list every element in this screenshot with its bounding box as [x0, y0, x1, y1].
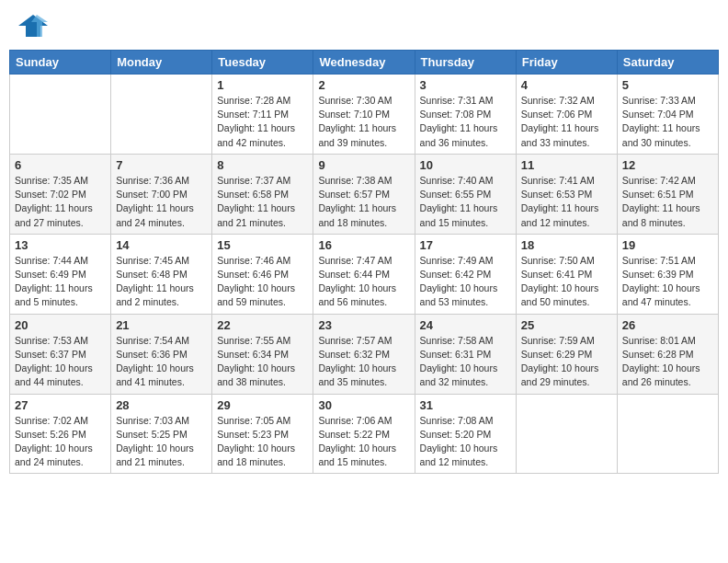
day-info: Sunrise: 7:49 AM Sunset: 6:42 PM Dayligh… — [420, 254, 511, 310]
column-header-saturday: Saturday — [617, 51, 718, 75]
calendar-cell: 15Sunrise: 7:46 AM Sunset: 6:46 PM Dayli… — [212, 234, 313, 314]
calendar-cell: 16Sunrise: 7:47 AM Sunset: 6:44 PM Dayli… — [313, 234, 415, 314]
day-info: Sunrise: 7:35 AM Sunset: 7:02 PM Dayligh… — [15, 174, 106, 230]
calendar-table: SundayMondayTuesdayWednesdayThursdayFrid… — [9, 50, 719, 474]
calendar-cell: 7Sunrise: 7:36 AM Sunset: 7:00 PM Daylig… — [111, 154, 212, 234]
calendar-cell: 6Sunrise: 7:35 AM Sunset: 7:02 PM Daylig… — [10, 154, 111, 234]
day-info: Sunrise: 7:02 AM Sunset: 5:26 PM Dayligh… — [15, 414, 106, 470]
calendar-cell: 11Sunrise: 7:41 AM Sunset: 6:53 PM Dayli… — [516, 154, 617, 234]
day-number: 26 — [622, 318, 713, 332]
column-header-sunday: Sunday — [10, 51, 111, 75]
day-number: 7 — [116, 158, 207, 172]
calendar-cell: 23Sunrise: 7:57 AM Sunset: 6:32 PM Dayli… — [313, 314, 415, 394]
calendar-cell: 17Sunrise: 7:49 AM Sunset: 6:42 PM Dayli… — [415, 234, 516, 314]
day-info: Sunrise: 7:47 AM Sunset: 6:44 PM Dayligh… — [318, 254, 409, 310]
day-info: Sunrise: 7:54 AM Sunset: 6:36 PM Dayligh… — [116, 334, 207, 390]
calendar-cell: 19Sunrise: 7:51 AM Sunset: 6:39 PM Dayli… — [617, 234, 718, 314]
calendar-cell: 22Sunrise: 7:55 AM Sunset: 6:34 PM Dayli… — [212, 314, 313, 394]
calendar-cell: 28Sunrise: 7:03 AM Sunset: 5:25 PM Dayli… — [111, 394, 212, 474]
calendar-cell: 27Sunrise: 7:02 AM Sunset: 5:26 PM Dayli… — [10, 394, 111, 474]
calendar-cell: 30Sunrise: 7:06 AM Sunset: 5:22 PM Dayli… — [313, 394, 415, 474]
day-number: 14 — [116, 238, 207, 252]
day-number: 19 — [622, 238, 713, 252]
day-number: 10 — [420, 158, 511, 172]
day-number: 1 — [217, 78, 308, 92]
day-info: Sunrise: 7:41 AM Sunset: 6:53 PM Dayligh… — [521, 174, 612, 230]
column-header-thursday: Thursday — [415, 51, 516, 75]
calendar-cell: 29Sunrise: 7:05 AM Sunset: 5:23 PM Dayli… — [212, 394, 313, 474]
calendar-cell — [111, 75, 212, 155]
calendar-cell: 24Sunrise: 7:58 AM Sunset: 6:31 PM Dayli… — [415, 314, 516, 394]
column-header-monday: Monday — [111, 51, 212, 75]
day-number: 28 — [116, 398, 207, 412]
calendar-week-row: 20Sunrise: 7:53 AM Sunset: 6:37 PM Dayli… — [10, 314, 719, 394]
day-info: Sunrise: 7:57 AM Sunset: 6:32 PM Dayligh… — [318, 334, 409, 390]
calendar-cell: 1Sunrise: 7:28 AM Sunset: 7:11 PM Daylig… — [212, 75, 313, 155]
logo-icon — [17, 13, 50, 39]
calendar-cell: 31Sunrise: 7:08 AM Sunset: 5:20 PM Dayli… — [415, 394, 516, 474]
day-number: 9 — [318, 158, 409, 172]
calendar-cell — [617, 394, 718, 474]
day-number: 31 — [420, 398, 511, 412]
calendar-cell: 21Sunrise: 7:54 AM Sunset: 6:36 PM Dayli… — [111, 314, 212, 394]
day-number: 17 — [420, 238, 511, 252]
calendar-week-row: 1Sunrise: 7:28 AM Sunset: 7:11 PM Daylig… — [10, 75, 719, 155]
day-number: 24 — [420, 318, 511, 332]
calendar-week-row: 6Sunrise: 7:35 AM Sunset: 7:02 PM Daylig… — [10, 154, 719, 234]
column-header-friday: Friday — [516, 51, 617, 75]
day-info: Sunrise: 7:45 AM Sunset: 6:48 PM Dayligh… — [116, 254, 207, 310]
calendar-cell: 25Sunrise: 7:59 AM Sunset: 6:29 PM Dayli… — [516, 314, 617, 394]
day-info: Sunrise: 7:28 AM Sunset: 7:11 PM Dayligh… — [217, 94, 308, 150]
day-info: Sunrise: 7:33 AM Sunset: 7:04 PM Dayligh… — [622, 94, 713, 150]
page-header — [9, 9, 719, 42]
day-info: Sunrise: 7:31 AM Sunset: 7:08 PM Dayligh… — [420, 94, 511, 150]
calendar-header-row: SundayMondayTuesdayWednesdayThursdayFrid… — [10, 51, 719, 75]
svg-marker-0 — [18, 15, 48, 37]
calendar-cell: 18Sunrise: 7:50 AM Sunset: 6:41 PM Dayli… — [516, 234, 617, 314]
day-info: Sunrise: 8:01 AM Sunset: 6:28 PM Dayligh… — [622, 334, 713, 390]
column-header-tuesday: Tuesday — [212, 51, 313, 75]
day-number: 25 — [521, 318, 612, 332]
day-number: 27 — [15, 398, 106, 412]
calendar-cell: 13Sunrise: 7:44 AM Sunset: 6:49 PM Dayli… — [10, 234, 111, 314]
day-number: 3 — [420, 78, 511, 92]
day-info: Sunrise: 7:30 AM Sunset: 7:10 PM Dayligh… — [318, 94, 409, 150]
day-info: Sunrise: 7:03 AM Sunset: 5:25 PM Dayligh… — [116, 414, 207, 470]
day-number: 16 — [318, 238, 409, 252]
day-number: 12 — [622, 158, 713, 172]
day-number: 23 — [318, 318, 409, 332]
day-info: Sunrise: 7:36 AM Sunset: 7:00 PM Dayligh… — [116, 174, 207, 230]
day-number: 21 — [116, 318, 207, 332]
calendar-cell — [516, 394, 617, 474]
day-number: 4 — [521, 78, 612, 92]
calendar-cell: 8Sunrise: 7:37 AM Sunset: 6:58 PM Daylig… — [212, 154, 313, 234]
day-info: Sunrise: 7:53 AM Sunset: 6:37 PM Dayligh… — [15, 334, 106, 390]
day-info: Sunrise: 7:38 AM Sunset: 6:57 PM Dayligh… — [318, 174, 409, 230]
day-number: 18 — [521, 238, 612, 252]
day-info: Sunrise: 7:44 AM Sunset: 6:49 PM Dayligh… — [15, 254, 106, 310]
day-info: Sunrise: 7:51 AM Sunset: 6:39 PM Dayligh… — [622, 254, 713, 310]
day-info: Sunrise: 7:06 AM Sunset: 5:22 PM Dayligh… — [318, 414, 409, 470]
calendar-cell: 12Sunrise: 7:42 AM Sunset: 6:51 PM Dayli… — [617, 154, 718, 234]
calendar-cell: 3Sunrise: 7:31 AM Sunset: 7:08 PM Daylig… — [415, 75, 516, 155]
calendar-cell: 20Sunrise: 7:53 AM Sunset: 6:37 PM Dayli… — [10, 314, 111, 394]
column-header-wednesday: Wednesday — [313, 51, 415, 75]
day-info: Sunrise: 7:37 AM Sunset: 6:58 PM Dayligh… — [217, 174, 308, 230]
calendar-cell: 4Sunrise: 7:32 AM Sunset: 7:06 PM Daylig… — [516, 75, 617, 155]
day-number: 6 — [15, 158, 106, 172]
calendar-cell: 10Sunrise: 7:40 AM Sunset: 6:55 PM Dayli… — [415, 154, 516, 234]
day-number: 15 — [217, 238, 308, 252]
day-number: 2 — [318, 78, 409, 92]
day-info: Sunrise: 7:59 AM Sunset: 6:29 PM Dayligh… — [521, 334, 612, 390]
day-info: Sunrise: 7:58 AM Sunset: 6:31 PM Dayligh… — [420, 334, 511, 390]
day-number: 22 — [217, 318, 308, 332]
day-info: Sunrise: 7:42 AM Sunset: 6:51 PM Dayligh… — [622, 174, 713, 230]
day-number: 30 — [318, 398, 409, 412]
day-info: Sunrise: 7:46 AM Sunset: 6:46 PM Dayligh… — [217, 254, 308, 310]
day-info: Sunrise: 7:55 AM Sunset: 6:34 PM Dayligh… — [217, 334, 308, 390]
calendar-week-row: 27Sunrise: 7:02 AM Sunset: 5:26 PM Dayli… — [10, 394, 719, 474]
day-number: 5 — [622, 78, 713, 92]
day-number: 29 — [217, 398, 308, 412]
day-number: 13 — [15, 238, 106, 252]
day-info: Sunrise: 7:05 AM Sunset: 5:23 PM Dayligh… — [217, 414, 308, 470]
